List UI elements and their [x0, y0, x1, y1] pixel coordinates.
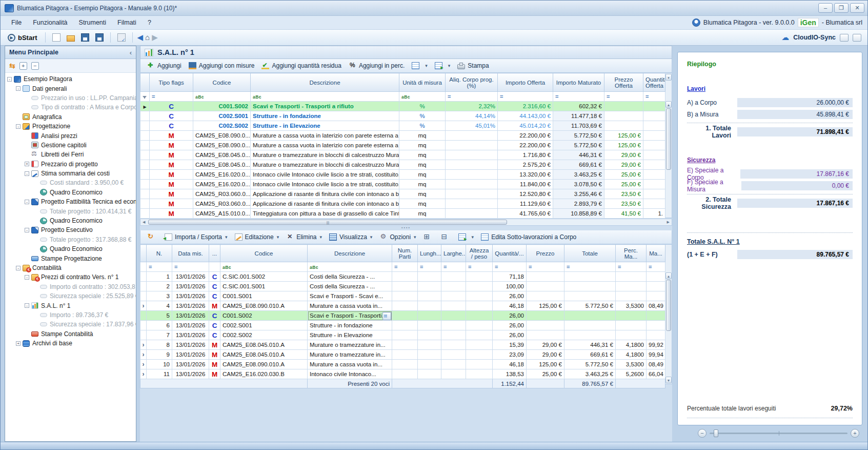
tree-node[interactable]: Quadro Economico: [7, 188, 136, 197]
misure-grid-row[interactable]: 1 13/01/2026 C C.SIC.001.S002 Costi dell…: [140, 272, 665, 282]
scroll-up-icon[interactable]: ▲: [665, 272, 672, 279]
misure-grid-row[interactable]: 5 13/01/2026 C C001.S002 Scavi e Traspor…: [140, 311, 665, 321]
column-header-importo-maturato[interactable]: Importo Maturato: [553, 73, 604, 92]
tree-node[interactable]: - Contabilità: [7, 263, 136, 272]
column-header-unita[interactable]: Unità di misura: [399, 73, 446, 92]
cell-descrizione[interactable]: Strutture - in Elevazione: [308, 330, 392, 340]
cell-descrizione[interactable]: Intonaco civile Intonaco...: [308, 369, 392, 379]
filter-cell[interactable]: [441, 262, 466, 272]
tree-node[interactable]: Analisi prezzi: [7, 131, 136, 140]
sal-toolbar-button[interactable]: [408, 61, 431, 70]
hscroll-thumb[interactable]: |||: [148, 220, 507, 225]
misure-grid-row[interactable]: 3 13/01/2026 C C001.S001 Scavi e Traspor…: [140, 291, 665, 301]
close-button[interactable]: ✕: [850, 3, 864, 13]
cell-descrizione[interactable]: Costi della Sicurezza - ...: [308, 282, 392, 291]
misure-toolbar-button[interactable]: [144, 232, 161, 242]
tree-node[interactable]: Importo di contratto : 302.053,8: [7, 282, 136, 291]
open-icon[interactable]: [67, 35, 75, 42]
sal-grid-row[interactable]: M CAM25_A15.010.0... Tinteggiatura con p…: [140, 209, 665, 219]
cell-descrizione[interactable]: Murature a cassa vuota in...: [308, 301, 392, 311]
misure-toolbar-button[interactable]: Edita Sotto-lavorazioni a Corpo: [477, 232, 580, 242]
sal-grid-row[interactable]: M CAM25_E16.020.0... Intonaco civile Int…: [140, 170, 665, 180]
filter-cell[interactable]: [553, 92, 604, 102]
report-sync-icon[interactable]: [853, 34, 861, 42]
cell-descrizione[interactable]: Murature o tramezzature in...: [308, 340, 392, 350]
forward-icon[interactable]: ▶: [152, 33, 158, 42]
column-header[interactable]: [140, 73, 150, 92]
column-header-tipo-flags[interactable]: Tipo flags: [150, 73, 193, 92]
filter-cell[interactable]: [147, 262, 172, 272]
misure-toolbar-button[interactable]: [420, 232, 437, 242]
sal-grid-row[interactable]: M CAM25_E08.045.0... Murature o tramezza…: [140, 150, 665, 160]
sal-grid-row[interactable]: M CAM25_E08.090.0... Murature a cassa vu…: [140, 131, 665, 141]
cell-descrizione[interactable]: Scavi e Trasporti - Scavi e...: [308, 291, 392, 301]
column-header-quantita-offerta[interactable]: Quantità Offerta: [643, 73, 665, 92]
sidebar-collapse-icon[interactable]: ‹: [130, 49, 132, 56]
tree-node[interactable]: Quadro Economico: [7, 216, 136, 225]
filter-cell[interactable]: [616, 262, 647, 272]
panel-splitter-handle[interactable]: ▪▪▪▪: [140, 226, 672, 230]
zoom-slider-track[interactable]: [710, 433, 847, 434]
misure-grid-row[interactable]: 11 13/01/2026 M CAM25_E16.020.030.B Into…: [140, 369, 665, 379]
misure-grid-row[interactable]: 9 13/01/2026 M CAM25_E08.045.010.A Murat…: [140, 350, 665, 360]
misure-grid-row[interactable]: 2 13/01/2026 C C.SIC.001.S001 Costi dell…: [140, 282, 665, 291]
filter-cell[interactable]: [498, 92, 553, 102]
column-header-flags[interactable]: ...: [209, 245, 220, 262]
splitter[interactable]: [136, 46, 140, 442]
column-header-prezzo[interactable]: Prezzo: [527, 245, 564, 262]
filter-cell[interactable]: [527, 262, 564, 272]
scroll-thumb[interactable]: [666, 108, 671, 170]
misure-grid-row[interactable]: 6 13/01/2026 C C002.S001 Strutture - in …: [140, 321, 665, 330]
column-header-codice[interactable]: Codice: [220, 245, 308, 262]
tree-node[interactable]: - Prezzi di contratto Vers. n° 1: [7, 272, 136, 282]
send-icon[interactable]: [117, 33, 126, 42]
sal-grid-row[interactable]: M CAM25_E16.020.0... Intonaco civile Int…: [140, 180, 665, 189]
tree-expander-icon[interactable]: -: [7, 77, 12, 82]
cloud-sync-label[interactable]: CloudIO-Sync: [793, 34, 836, 41]
misure-toolbar-button[interactable]: Elimina: [282, 232, 326, 242]
cell-descrizione[interactable]: Costi della Sicurezza - ...: [308, 272, 392, 282]
tree-node[interactable]: Costi standard : 3.950,00 €: [7, 178, 136, 187]
scroll-thumb[interactable]: [666, 280, 671, 331]
misure-toolbar-button[interactable]: Editazione: [231, 232, 283, 242]
filter-cell[interactable]: [604, 92, 643, 102]
column-header-aliq[interactable]: Aliq. Corpo prog.(%): [446, 73, 498, 92]
sal-grid-row[interactable]: M CAM25_E08.090.0... Murature a cassa vu…: [140, 141, 665, 150]
filter-cell[interactable]: [140, 262, 147, 272]
maximize-button[interactable]: ❐: [834, 3, 849, 13]
column-header-perc-maturata[interactable]: Perc. Ma...: [616, 245, 647, 262]
tree-node[interactable]: - Stima sommaria dei costi: [7, 169, 136, 178]
column-header-prezzo-offerta[interactable]: Prezzo Offerta: [604, 73, 643, 92]
tree-node[interactable]: Tipo di contratto : A Misura e Corpo: [7, 103, 136, 112]
scroll-up-icon[interactable]: ▲: [665, 101, 672, 108]
tree-node[interactable]: Stampe Contabilità: [7, 329, 136, 339]
filter-cell[interactable]: [643, 92, 665, 102]
filter-cell[interactable]: [140, 92, 150, 102]
tree-node[interactable]: Stampe Progettazione: [7, 253, 136, 263]
cell-descrizione[interactable]: Murature o tramezzature in...: [308, 350, 392, 360]
tree-node[interactable]: Libretti dei Ferri: [7, 150, 136, 159]
sal-grid-row[interactable]: M CAM25_E08.045.0... Murature o tramezza…: [140, 160, 665, 170]
tree-node[interactable]: Totale progetto : 120.414,31 €: [7, 206, 136, 216]
column-header-num-parti[interactable]: Num. Parti: [392, 245, 418, 262]
menu-file[interactable]: File: [6, 17, 27, 28]
tree-node[interactable]: Quadro Economico: [7, 244, 136, 253]
tree-expander-icon[interactable]: -: [25, 171, 29, 176]
column-header-quantita[interactable]: Quantità/...: [493, 245, 527, 262]
sal-toolbar-button[interactable]: Aggiungi in perc.: [345, 61, 408, 70]
column-menu-button[interactable]: ▾: [665, 74, 672, 81]
tree-expander-icon[interactable]: -: [16, 86, 21, 91]
column-header-codice[interactable]: Codice: [193, 73, 251, 92]
tree-expander-icon[interactable]: -: [25, 200, 29, 204]
home-icon[interactable]: ⌂: [145, 33, 150, 42]
misure-toolbar-button[interactable]: [455, 232, 478, 242]
menu-strumenti[interactable]: Strumenti: [73, 17, 112, 28]
filter-cell[interactable]: [493, 262, 527, 272]
zoom-slider-thumb[interactable]: [714, 429, 718, 437]
refresh-icon[interactable]: ⇆: [9, 62, 15, 70]
filter-cell[interactable]: [647, 262, 665, 272]
tree-expander-icon[interactable]: -: [25, 228, 29, 232]
sal-grid-vscrollbar[interactable]: ▾ ▲: [665, 73, 672, 218]
misure-grid-row[interactable]: 4 13/01/2026 M CAM25_E08.090.010.A Murat…: [140, 301, 665, 311]
collapse-all-button[interactable]: −: [31, 62, 39, 70]
